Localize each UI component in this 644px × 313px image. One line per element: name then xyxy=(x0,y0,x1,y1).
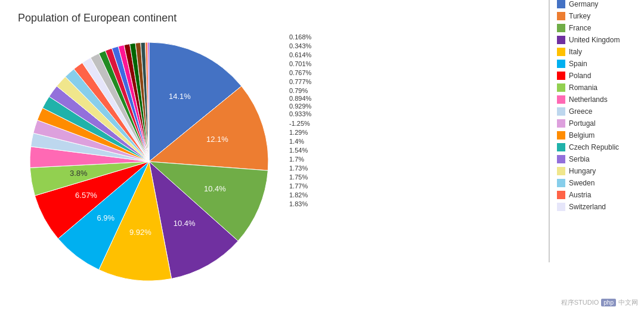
pie-label-germany: 14.1% xyxy=(169,92,191,101)
legend: GermanyTurkeyFranceUnited KingdomItalySp… xyxy=(549,0,644,262)
legend-label: Switzerland xyxy=(569,203,606,211)
pie-label-france: 10.4% xyxy=(204,184,226,193)
float-label: -1.25% xyxy=(289,120,310,127)
legend-color-box xyxy=(557,36,565,44)
legend-item: Poland xyxy=(557,72,644,80)
legend-label: Netherlands xyxy=(569,95,608,104)
pie-label-poland: 6.57% xyxy=(75,191,97,200)
legend-label: Austria xyxy=(569,191,591,199)
main-card: Population of European continent 14.1%12… xyxy=(0,0,644,313)
legend-label: Serbia xyxy=(569,155,590,163)
float-label: 1.82% xyxy=(289,191,308,199)
legend-item: Portugal xyxy=(557,119,644,128)
legend-item: Hungary xyxy=(557,167,644,175)
legend-item: Spain xyxy=(557,60,644,68)
float-label: 0.614% xyxy=(289,51,311,58)
float-label: 1.7% xyxy=(289,156,304,163)
pie-label-spain: 6.9% xyxy=(97,213,114,222)
float-label: 1.29% xyxy=(289,129,308,136)
float-label: 0.933% xyxy=(289,110,311,117)
float-label: 0.777% xyxy=(289,78,311,85)
legend-item: Turkey xyxy=(557,12,644,20)
chart-area: 14.1%12.1%10.4%10.4%9.92%6.9%6.57%3.8% 0… xyxy=(18,30,626,293)
pie-chart: 14.1%12.1%10.4%10.4%9.92%6.9%6.57%3.8% xyxy=(18,30,280,293)
float-label: 1.83% xyxy=(289,200,308,207)
legend-item: Austria xyxy=(557,191,644,199)
legend-label: France xyxy=(569,24,591,32)
legend-label: Romania xyxy=(569,83,597,92)
legend-color-box xyxy=(557,12,565,20)
float-label: 0.343% xyxy=(289,42,311,49)
legend-color-box xyxy=(557,48,565,56)
legend-color-box xyxy=(557,143,565,151)
legend-color-box xyxy=(557,24,565,32)
legend-color-box xyxy=(557,179,565,187)
legend-color-box xyxy=(557,107,565,116)
float-label: 0.168% xyxy=(289,33,311,41)
legend-color-box xyxy=(557,191,565,199)
legend-color-box xyxy=(557,155,565,163)
pie-label-united-kingdom: 10.4% xyxy=(174,219,196,228)
legend-item: Czech Republic xyxy=(557,143,644,151)
watermark: 程序STUDIO php 中文网 xyxy=(561,298,638,307)
legend-item: Sweden xyxy=(557,179,644,187)
float-label: 1.73% xyxy=(289,165,308,172)
chart-title: Population of European continent xyxy=(18,12,626,24)
float-label: 0.79% xyxy=(289,87,308,94)
legend-color-box xyxy=(557,203,565,211)
legend-item: Serbia xyxy=(557,155,644,163)
legend-item: Belgium xyxy=(557,131,644,140)
legend-label: Hungary xyxy=(569,167,596,175)
legend-color-box xyxy=(557,131,565,140)
legend-color-box xyxy=(557,60,565,68)
legend-label: Turkey xyxy=(569,12,590,20)
pie-svg: 14.1%12.1%10.4%10.4%9.92%6.9%6.57%3.8% xyxy=(18,30,280,293)
legend-color-box xyxy=(557,167,565,175)
float-label: 1.77% xyxy=(289,182,308,190)
legend-item: United Kingdom xyxy=(557,36,644,44)
float-label: 0.929% xyxy=(289,103,311,110)
legend-color-box xyxy=(557,72,565,80)
legend-item: Germany xyxy=(557,0,644,8)
float-label: 0.894% xyxy=(289,95,311,102)
legend-label: Poland xyxy=(569,72,591,80)
legend-label: Portugal xyxy=(569,119,596,128)
legend-item: Netherlands xyxy=(557,95,644,104)
legend-color-box xyxy=(557,83,565,92)
legend-label: Belgium xyxy=(569,131,595,140)
legend-label: Germany xyxy=(569,0,598,8)
legend-label: United Kingdom xyxy=(569,36,620,44)
float-label: 0.767% xyxy=(289,69,311,76)
legend-item: Romania xyxy=(557,83,644,92)
legend-color-box xyxy=(557,95,565,104)
watermark-site: 中文网 xyxy=(618,298,638,307)
legend-item: Italy xyxy=(557,48,644,56)
pie-label-turkey: 12.1% xyxy=(206,135,228,144)
float-label: 1.54% xyxy=(289,147,308,154)
pie-label-romania: 3.8% xyxy=(70,169,88,178)
legend-color-box xyxy=(557,119,565,128)
legend-item: Greece xyxy=(557,107,644,116)
watermark-studio: 程序STUDIO xyxy=(561,298,599,307)
legend-label: Greece xyxy=(569,107,592,116)
legend-label: Sweden xyxy=(569,179,595,187)
legend-item: France xyxy=(557,24,644,32)
legend-item: Switzerland xyxy=(557,203,644,211)
legend-label: Italy xyxy=(569,48,582,56)
legend-label: Czech Republic xyxy=(569,143,619,151)
pie-label-italy: 9.92% xyxy=(129,228,151,237)
float-label: 0.701% xyxy=(289,60,311,67)
float-label: 1.4% xyxy=(289,138,304,145)
float-label: 1.75% xyxy=(289,173,308,181)
legend-label: Spain xyxy=(569,60,587,68)
php-badge: php xyxy=(601,299,616,306)
legend-color-box xyxy=(557,0,565,8)
